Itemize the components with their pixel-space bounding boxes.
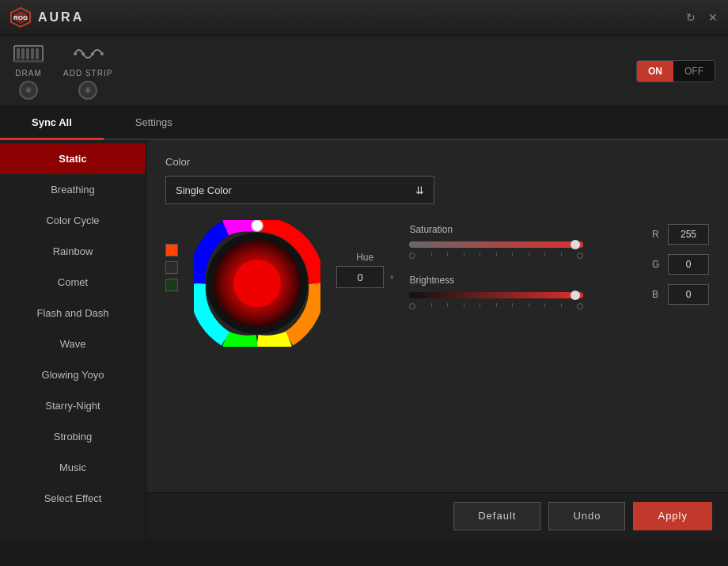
color-wheel[interactable] — [194, 220, 320, 347]
default-button[interactable]: Default — [453, 502, 540, 530]
dropdown-value: Single Color — [176, 184, 232, 196]
b-row: B — [652, 284, 709, 305]
app-logo: ROG AURA — [9, 6, 84, 28]
brightness-ticks — [409, 303, 583, 310]
sidebar-item-starry-night[interactable]: Starry-Night — [0, 390, 146, 421]
apply-button[interactable]: Apply — [633, 502, 712, 530]
saturation-label: Saturation — [409, 224, 636, 235]
add-strip-icon — [72, 42, 104, 66]
hue-degree: ° — [390, 274, 393, 283]
dropdown-arrow-icon: ⇊ — [415, 184, 424, 196]
brightness-row: Brightness — [409, 275, 636, 310]
b-input[interactable] — [668, 284, 709, 305]
svg-rect-5 — [21, 48, 25, 59]
sidebar-item-comet[interactable]: Comet — [0, 267, 146, 298]
sidebar-item-select-effect[interactable]: Select Effect — [0, 483, 146, 514]
g-input[interactable] — [668, 254, 709, 275]
brightness-tick-end — [577, 303, 583, 310]
color-swatches — [165, 244, 178, 291]
color-dropdown[interactable]: Single Color ⇊ — [165, 176, 434, 204]
saturation-ticks — [409, 253, 583, 259]
hue-section: Hue ° — [336, 252, 393, 288]
g-row: G — [652, 254, 709, 275]
window-controls: ↻ ✕ — [684, 10, 720, 25]
dram-label: DRAM — [15, 69, 41, 78]
bottom-bar: Default Undo Apply — [146, 492, 728, 538]
undo-button[interactable]: Undo — [548, 502, 625, 530]
add-strip-label: ADD STRIP — [63, 69, 112, 78]
brightness-tick-start — [409, 303, 415, 310]
tab-bar: Sync All Settings — [0, 107, 728, 140]
saturation-tick-start — [409, 253, 415, 259]
app-title: AURA — [38, 10, 84, 25]
content-area: Color Single Color ⇊ — [146, 140, 728, 538]
device-list: DRAM ⑧ ADD STRIP ⑧ — [13, 42, 112, 100]
sidebar-item-music[interactable]: Music — [0, 452, 146, 483]
brightness-handle[interactable] — [571, 291, 580, 300]
add-strip-device[interactable]: ADD STRIP ⑧ — [63, 42, 112, 100]
saturation-tick-end — [577, 253, 583, 259]
svg-point-18 — [252, 220, 263, 231]
add-strip-badge: ⑧ — [78, 81, 97, 100]
hue-label: Hue — [356, 252, 373, 263]
svg-rect-7 — [31, 48, 34, 59]
r-label: R — [652, 229, 662, 240]
dram-badge: ⑧ — [19, 81, 38, 100]
brightness-label: Brightness — [409, 275, 636, 286]
svg-rect-6 — [26, 48, 29, 59]
saturation-row: Saturation — [409, 224, 636, 259]
saturation-track[interactable] — [409, 241, 583, 248]
color-wheel-container[interactable] — [194, 220, 320, 347]
swatch-red[interactable] — [165, 244, 178, 256]
sidebar-item-breathing[interactable]: Breathing — [0, 174, 146, 205]
power-off-button[interactable]: OFF — [673, 61, 715, 82]
sliders-section: Saturation — [409, 220, 636, 325]
refresh-button[interactable]: ↻ — [684, 10, 698, 25]
svg-point-12 — [91, 52, 94, 55]
svg-rect-4 — [17, 48, 20, 59]
saturation-handle[interactable] — [571, 240, 580, 249]
svg-point-11 — [82, 52, 85, 55]
brightness-track[interactable] — [409, 292, 583, 298]
svg-rect-9 — [14, 60, 43, 63]
swatch-green[interactable] — [165, 279, 178, 291]
sidebar-item-color-cycle[interactable]: Color Cycle — [0, 205, 146, 236]
svg-point-13 — [100, 52, 104, 55]
rog-icon: ROG — [9, 6, 32, 28]
svg-point-17 — [233, 260, 281, 307]
svg-rect-8 — [36, 48, 39, 59]
title-bar: ROG AURA ↻ ✕ — [0, 0, 728, 36]
swatch-dark[interactable] — [165, 261, 178, 274]
svg-text:ROG: ROG — [13, 14, 28, 21]
r-input[interactable] — [668, 224, 709, 245]
power-on-button[interactable]: ON — [637, 61, 673, 82]
hue-input[interactable] — [336, 266, 384, 288]
sidebar-item-wave[interactable]: Wave — [0, 329, 146, 359]
sidebar: Static Breathing Color Cycle Rainbow Com… — [0, 140, 146, 538]
g-label: G — [652, 259, 662, 270]
rgb-section: R G B — [652, 224, 709, 305]
sidebar-item-static[interactable]: Static — [0, 143, 146, 174]
power-toggle[interactable]: ON OFF — [636, 60, 715, 82]
r-row: R — [652, 224, 709, 245]
sidebar-item-strobing[interactable]: Strobing — [0, 421, 146, 452]
color-picker-row: Hue ° Saturation — [165, 220, 709, 347]
dram-device[interactable]: DRAM ⑧ — [13, 42, 44, 100]
dram-icon — [13, 42, 44, 66]
sidebar-item-flash-dash[interactable]: Flash and Dash — [0, 298, 146, 329]
color-label: Color — [165, 156, 709, 168]
device-bar: DRAM ⑧ ADD STRIP ⑧ ON OFF — [0, 36, 728, 107]
tab-sync-all[interactable]: Sync All — [0, 107, 104, 140]
tab-settings[interactable]: Settings — [104, 107, 204, 140]
sidebar-item-rainbow[interactable]: Rainbow — [0, 236, 146, 267]
svg-point-10 — [74, 52, 77, 55]
sidebar-item-glowing-yoyo[interactable]: Glowing Yoyo — [0, 359, 146, 390]
b-label: B — [652, 289, 662, 300]
main-layout: Static Breathing Color Cycle Rainbow Com… — [0, 140, 728, 538]
close-button[interactable]: ✕ — [706, 10, 720, 25]
